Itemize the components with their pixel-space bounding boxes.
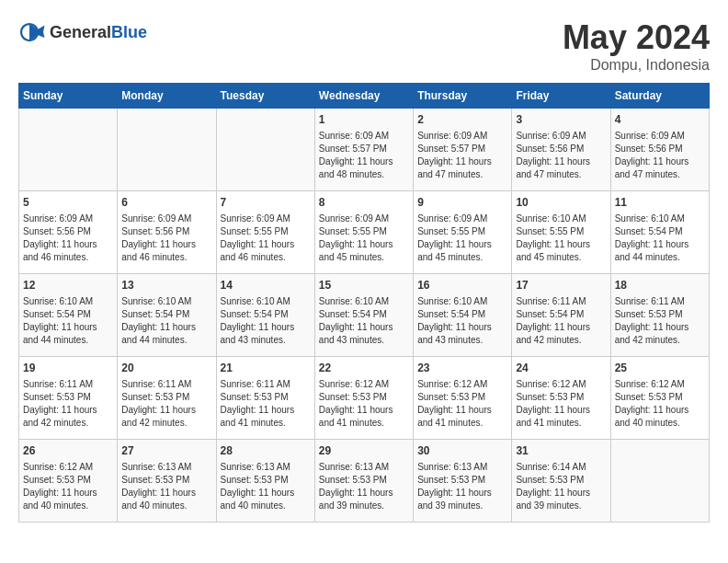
day-number: 13 <box>121 278 211 293</box>
calendar-cell: 26Sunrise: 6:12 AM Sunset: 5:53 PM Dayli… <box>19 440 118 523</box>
day-info: Sunrise: 6:12 AM Sunset: 5:53 PM Dayligh… <box>23 461 113 512</box>
weekday-header-tuesday: Tuesday <box>216 84 314 109</box>
day-info: Sunrise: 6:09 AM Sunset: 5:55 PM Dayligh… <box>417 213 507 264</box>
day-number: 14 <box>221 278 311 293</box>
day-info: Sunrise: 6:09 AM Sunset: 5:56 PM Dayligh… <box>615 130 705 181</box>
calendar-cell: 14Sunrise: 6:10 AM Sunset: 5:54 PM Dayli… <box>216 274 314 357</box>
day-number: 4 <box>615 112 705 128</box>
calendar-cell: 13Sunrise: 6:10 AM Sunset: 5:54 PM Dayli… <box>118 274 216 357</box>
calendar-cell: 2Sunrise: 6:09 AM Sunset: 5:57 PM Daylig… <box>414 109 512 191</box>
calendar-cell: 18Sunrise: 6:11 AM Sunset: 5:53 PM Dayli… <box>610 274 709 357</box>
calendar-cell: 8Sunrise: 6:09 AM Sunset: 5:55 PM Daylig… <box>314 191 413 274</box>
day-number: 22 <box>319 361 409 376</box>
day-info: Sunrise: 6:14 AM Sunset: 5:53 PM Dayligh… <box>516 461 606 512</box>
day-info: Sunrise: 6:09 AM Sunset: 5:56 PM Dayligh… <box>23 213 113 264</box>
weekday-header-thursday: Thursday <box>414 84 512 109</box>
calendar-cell <box>19 109 118 191</box>
day-number: 20 <box>121 361 211 376</box>
calendar-cell: 22Sunrise: 6:12 AM Sunset: 5:53 PM Dayli… <box>314 357 413 440</box>
calendar-table: SundayMondayTuesdayWednesdayThursdayFrid… <box>18 83 710 523</box>
logo-blue: Blue <box>111 23 147 41</box>
calendar-cell: 30Sunrise: 6:13 AM Sunset: 5:53 PM Dayli… <box>414 440 512 523</box>
calendar-cell: 9Sunrise: 6:09 AM Sunset: 5:55 PM Daylig… <box>414 191 512 274</box>
calendar-cell <box>118 109 216 191</box>
day-info: Sunrise: 6:12 AM Sunset: 5:53 PM Dayligh… <box>615 378 705 430</box>
day-info: Sunrise: 6:12 AM Sunset: 5:53 PM Dayligh… <box>417 378 507 430</box>
calendar-cell: 21Sunrise: 6:11 AM Sunset: 5:53 PM Dayli… <box>216 357 314 440</box>
day-number: 30 <box>417 443 507 459</box>
day-number: 23 <box>417 361 507 376</box>
day-number: 15 <box>319 278 409 293</box>
day-info: Sunrise: 6:12 AM Sunset: 5:53 PM Dayligh… <box>516 378 606 430</box>
day-number: 7 <box>221 195 311 211</box>
day-info: Sunrise: 6:09 AM Sunset: 5:57 PM Dayligh… <box>319 130 409 181</box>
day-number: 28 <box>221 443 311 459</box>
calendar-cell: 3Sunrise: 6:09 AM Sunset: 5:56 PM Daylig… <box>512 109 610 191</box>
day-info: Sunrise: 6:10 AM Sunset: 5:54 PM Dayligh… <box>23 295 113 347</box>
day-info: Sunrise: 6:10 AM Sunset: 5:54 PM Dayligh… <box>221 295 311 347</box>
day-number: 18 <box>615 278 705 293</box>
calendar-cell <box>610 440 709 523</box>
day-number: 3 <box>516 112 606 128</box>
day-number: 9 <box>417 195 507 211</box>
day-info: Sunrise: 6:13 AM Sunset: 5:53 PM Dayligh… <box>121 461 211 512</box>
day-number: 12 <box>23 278 113 293</box>
week-row-5: 26Sunrise: 6:12 AM Sunset: 5:53 PM Dayli… <box>19 440 710 523</box>
day-info: Sunrise: 6:11 AM Sunset: 5:53 PM Dayligh… <box>221 378 311 430</box>
calendar-cell: 5Sunrise: 6:09 AM Sunset: 5:56 PM Daylig… <box>19 191 118 274</box>
day-info: Sunrise: 6:10 AM Sunset: 5:54 PM Dayligh… <box>319 295 409 347</box>
day-number: 11 <box>615 195 705 211</box>
calendar-cell: 29Sunrise: 6:13 AM Sunset: 5:53 PM Dayli… <box>314 440 413 523</box>
calendar-cell: 15Sunrise: 6:10 AM Sunset: 5:54 PM Dayli… <box>314 274 413 357</box>
day-info: Sunrise: 6:10 AM Sunset: 5:54 PM Dayligh… <box>417 295 507 347</box>
day-number: 29 <box>319 443 409 459</box>
day-info: Sunrise: 6:09 AM Sunset: 5:55 PM Dayligh… <box>319 213 409 264</box>
calendar-cell: 10Sunrise: 6:10 AM Sunset: 5:55 PM Dayli… <box>512 191 610 274</box>
day-info: Sunrise: 6:13 AM Sunset: 5:53 PM Dayligh… <box>417 461 507 512</box>
day-number: 6 <box>121 195 211 211</box>
month-title: May 2024 <box>563 18 710 57</box>
calendar-cell <box>216 109 314 191</box>
week-row-3: 12Sunrise: 6:10 AM Sunset: 5:54 PM Dayli… <box>19 274 710 357</box>
calendar-cell: 24Sunrise: 6:12 AM Sunset: 5:53 PM Dayli… <box>512 357 610 440</box>
day-number: 27 <box>121 443 211 459</box>
calendar-cell: 16Sunrise: 6:10 AM Sunset: 5:54 PM Dayli… <box>414 274 512 357</box>
calendar-cell: 31Sunrise: 6:14 AM Sunset: 5:53 PM Dayli… <box>512 440 610 523</box>
weekday-header-friday: Friday <box>512 84 610 109</box>
week-row-2: 5Sunrise: 6:09 AM Sunset: 5:56 PM Daylig… <box>19 191 710 274</box>
calendar-cell: 4Sunrise: 6:09 AM Sunset: 5:56 PM Daylig… <box>610 109 709 191</box>
day-info: Sunrise: 6:09 AM Sunset: 5:56 PM Dayligh… <box>516 130 606 181</box>
calendar-cell: 11Sunrise: 6:10 AM Sunset: 5:54 PM Dayli… <box>610 191 709 274</box>
week-row-4: 19Sunrise: 6:11 AM Sunset: 5:53 PM Dayli… <box>19 357 710 440</box>
day-number: 2 <box>417 112 507 128</box>
weekday-header-row: SundayMondayTuesdayWednesdayThursdayFrid… <box>19 84 710 109</box>
day-number: 16 <box>417 278 507 293</box>
header: GeneralBlue May 2024 Dompu, Indonesia <box>18 18 710 74</box>
calendar-cell: 6Sunrise: 6:09 AM Sunset: 5:56 PM Daylig… <box>118 191 216 274</box>
day-info: Sunrise: 6:13 AM Sunset: 5:53 PM Dayligh… <box>319 461 409 512</box>
logo-general: General <box>50 23 111 41</box>
logo-icon <box>18 18 46 46</box>
week-row-1: 1Sunrise: 6:09 AM Sunset: 5:57 PM Daylig… <box>19 109 710 191</box>
day-info: Sunrise: 6:12 AM Sunset: 5:53 PM Dayligh… <box>319 378 409 430</box>
day-number: 1 <box>319 112 409 128</box>
calendar-cell: 7Sunrise: 6:09 AM Sunset: 5:55 PM Daylig… <box>216 191 314 274</box>
day-info: Sunrise: 6:13 AM Sunset: 5:53 PM Dayligh… <box>221 461 311 512</box>
day-info: Sunrise: 6:10 AM Sunset: 5:55 PM Dayligh… <box>516 213 606 264</box>
calendar-cell: 1Sunrise: 6:09 AM Sunset: 5:57 PM Daylig… <box>314 109 413 191</box>
day-info: Sunrise: 6:11 AM Sunset: 5:53 PM Dayligh… <box>121 378 211 430</box>
day-info: Sunrise: 6:11 AM Sunset: 5:53 PM Dayligh… <box>23 378 113 430</box>
day-number: 5 <box>23 195 113 211</box>
calendar-cell: 28Sunrise: 6:13 AM Sunset: 5:53 PM Dayli… <box>216 440 314 523</box>
calendar-cell: 17Sunrise: 6:11 AM Sunset: 5:54 PM Dayli… <box>512 274 610 357</box>
location-title: Dompu, Indonesia <box>563 57 710 74</box>
day-number: 8 <box>319 195 409 211</box>
weekday-header-wednesday: Wednesday <box>314 84 413 109</box>
day-info: Sunrise: 6:09 AM Sunset: 5:55 PM Dayligh… <box>221 213 311 264</box>
calendar-cell: 19Sunrise: 6:11 AM Sunset: 5:53 PM Dayli… <box>19 357 118 440</box>
day-number: 19 <box>23 361 113 376</box>
day-info: Sunrise: 6:10 AM Sunset: 5:54 PM Dayligh… <box>615 213 705 264</box>
calendar-cell: 23Sunrise: 6:12 AM Sunset: 5:53 PM Dayli… <box>414 357 512 440</box>
day-info: Sunrise: 6:09 AM Sunset: 5:57 PM Dayligh… <box>417 130 507 181</box>
day-number: 10 <box>516 195 606 211</box>
